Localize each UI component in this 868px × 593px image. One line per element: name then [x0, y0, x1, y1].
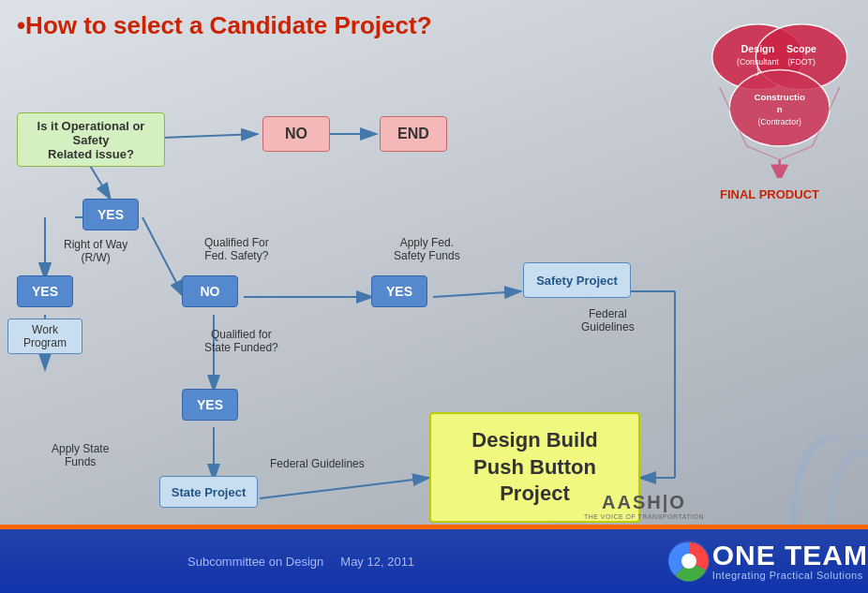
header-title: •How to select a Candidate Project?	[17, 11, 432, 40]
end-box: END	[380, 116, 447, 152]
one-team-logo: ONE TEAM Integrating Practical Solutions	[666, 538, 868, 585]
brand-name: ONE TEAM	[712, 541, 868, 570]
aashto-subtext: THE VOICE OF TRANSPORTATION	[584, 513, 704, 520]
bottom-bar: Subcommittee on Design May 12, 2011 ONE …	[0, 529, 868, 593]
no2-box: NO	[182, 275, 238, 307]
qualified-fed-label: Qualified ForFed. Safety?	[204, 236, 269, 262]
logo-icon	[666, 538, 712, 585]
svg-line-27	[260, 478, 429, 498]
final-product-label: FINAL PRODUCT	[709, 187, 831, 201]
no1-box: NO	[262, 116, 330, 152]
aashto-logo: AASH|O THE VOICE OF TRANSPORTATION	[584, 492, 704, 520]
operational-question-box: Is it Operational or SafetyRelated issue…	[17, 112, 165, 167]
bottom-info: Subcommittee on Design May 12, 2011	[187, 555, 414, 569]
svg-text:Constructio: Constructio	[754, 92, 805, 102]
svg-text:Design: Design	[741, 43, 775, 54]
federal-guidelines1-label: FederalGuidelines	[581, 307, 635, 334]
yes4-box: YES	[17, 275, 73, 307]
apply-fed-label: Apply Fed.Safety Funds	[394, 236, 460, 262]
slide: •How to select a Candidate Project? Desi…	[0, 0, 868, 593]
qualified-state-label: Qualified forState Funded?	[204, 328, 278, 354]
brand-tagline: Integrating Practical Solutions	[712, 570, 868, 581]
arch-decoration	[718, 436, 868, 529]
federal-guidelines2-label: Federal Guidelines	[270, 457, 365, 470]
brand-text-container: ONE TEAM Integrating Practical Solutions	[712, 541, 868, 581]
funnel-svg: Design (Consultant ) Scope (FDOT) Constr…	[690, 19, 849, 178]
svg-text:): )	[756, 67, 759, 76]
row-label: Right of Way(R/W)	[64, 238, 127, 264]
svg-line-19	[142, 217, 184, 297]
date-label: May 12, 2011	[340, 555, 414, 569]
svg-line-14	[162, 134, 258, 138]
svg-line-21	[433, 291, 521, 297]
safety-project-box: Safety Project	[523, 262, 631, 298]
aashto-text: AASH|O	[584, 492, 704, 513]
work-program-label: WorkProgram	[7, 319, 82, 354]
yes3-box: YES	[182, 389, 238, 421]
state-project-box: State Project	[159, 476, 258, 508]
svg-text:(FDOT): (FDOT)	[787, 57, 816, 67]
funnel-diagram: Design (Consultant ) Scope (FDOT) Constr…	[690, 19, 849, 225]
svg-point-32	[681, 554, 696, 569]
svg-text:(Contractor): (Contractor)	[757, 117, 801, 126]
svg-text:Scope: Scope	[786, 43, 816, 54]
subcommittee-label: Subcommittee on Design	[187, 555, 323, 569]
svg-text:n: n	[777, 104, 783, 114]
yes1-box: YES	[82, 199, 139, 230]
apply-state-label: Apply StateFunds	[52, 442, 109, 468]
svg-text:(Consultant: (Consultant	[737, 57, 779, 67]
yes2-box: YES	[371, 275, 427, 307]
svg-line-16	[89, 164, 111, 200]
